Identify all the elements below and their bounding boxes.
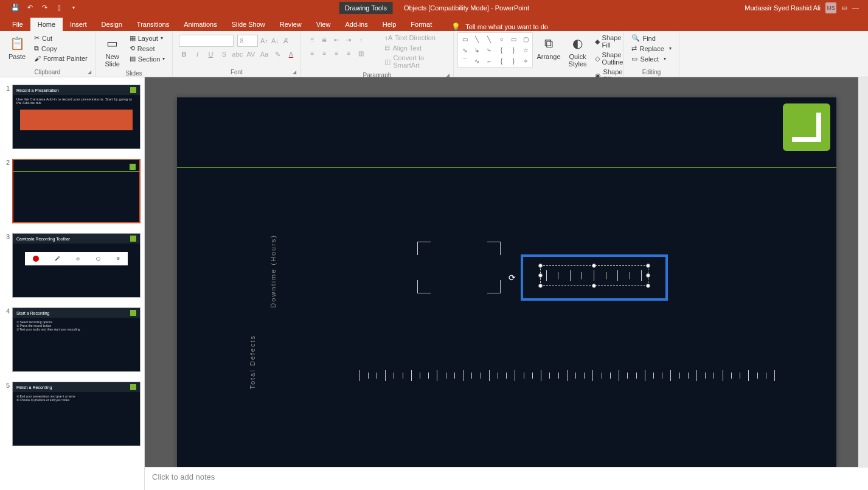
user-avatar[interactable]: MS (825, 2, 836, 13)
resize-handle[interactable] (538, 264, 543, 268)
shape-outline-button[interactable]: ◇Shape Outline (594, 51, 625, 66)
resize-handle[interactable] (646, 264, 650, 268)
tab-home[interactable]: Home (30, 18, 63, 31)
shape-line-icon[interactable]: ╲ (471, 34, 482, 44)
find-button[interactable]: 🔍Find (630, 33, 672, 43)
tab-design[interactable]: Design (94, 18, 130, 31)
resize-handle[interactable] (592, 284, 596, 288)
undo-icon[interactable]: ↶ (26, 4, 34, 12)
line-spacing-button[interactable]: ↕ (355, 35, 366, 44)
columns-button[interactable]: ▥ (355, 48, 366, 58)
layout-button[interactable]: ▦Layout▾ (128, 33, 167, 43)
section-button[interactable]: ▤Section▾ (128, 54, 167, 63)
resize-handle[interactable] (538, 273, 543, 278)
increase-indent-button[interactable]: ⇥ (343, 35, 354, 44)
bullets-button[interactable]: ≡ (307, 35, 318, 44)
copy-button[interactable]: ⧉Copy (33, 44, 89, 53)
replace-button[interactable]: ⇄Replace▾ (630, 44, 672, 53)
tab-animations[interactable]: Animations (176, 18, 224, 31)
save-icon[interactable]: 💾 (11, 4, 19, 12)
tell-me-search[interactable]: 💡 Tell me what you want to do (439, 23, 548, 31)
slide-editor[interactable]: Downtime (Hours) Total Defects ⟳ (145, 77, 868, 490)
convert-smartart-button[interactable]: ◫Convert to SmartArt (383, 54, 447, 69)
tab-transitions[interactable]: Transitions (130, 18, 176, 31)
decrease-font-icon[interactable]: A↓ (270, 36, 280, 46)
shape-callout-icon[interactable]: ✧ (520, 56, 531, 66)
shape-brace3-icon[interactable]: { (496, 56, 507, 66)
selection-bounding-box[interactable] (540, 265, 648, 286)
shape-connector-icon[interactable]: ⌐ (484, 56, 495, 66)
text-direction-button[interactable]: ↕AText Direction (383, 33, 447, 42)
slide-thumbnail-4[interactable]: Start a Recording ① Select recording opt… (12, 307, 141, 372)
slide-thumbnail-2[interactable] (12, 159, 141, 223)
shape-brace4-icon[interactable]: } (508, 56, 519, 66)
font-family-combo[interactable] (179, 35, 234, 47)
tab-help[interactable]: Help (375, 18, 404, 31)
rotate-handle-icon[interactable]: ⟳ (509, 273, 516, 282)
select-button[interactable]: ▭Select▾ (630, 54, 672, 63)
italic-button[interactable]: I (192, 49, 202, 59)
vertical-scrollbar[interactable] (858, 77, 868, 467)
selected-shape[interactable]: ⟳ (521, 254, 668, 301)
clipboard-launcher-icon[interactable]: ◢ (88, 69, 91, 75)
start-from-beginning-icon[interactable]: ▯ (55, 4, 63, 12)
arrange-button[interactable]: ⧉ Arrange (533, 32, 564, 61)
resize-handle[interactable] (538, 284, 543, 288)
align-center-button[interactable]: ≡ (319, 48, 330, 58)
change-case-button[interactable]: Aa (259, 49, 269, 59)
shape-arrow1-icon[interactable]: ⇘ (459, 45, 470, 55)
shape-roundrect-icon[interactable]: ▢ (520, 34, 531, 44)
underline-button[interactable]: U (206, 49, 215, 59)
decrease-indent-button[interactable]: ⇤ (331, 35, 342, 44)
shape-oval-icon[interactable]: ○ (496, 34, 507, 44)
align-text-button[interactable]: ⊟Align Text (383, 43, 447, 52)
align-right-button[interactable]: ≡ (331, 48, 342, 58)
resize-handle[interactable] (646, 284, 650, 288)
shape-star-icon[interactable]: ☆ (520, 45, 531, 55)
new-slide-button[interactable]: ▭ New Slide (99, 32, 126, 69)
notes-pane[interactable]: Click to add notes (145, 467, 868, 490)
font-launcher-icon[interactable]: ◢ (293, 69, 296, 75)
font-highlight-button[interactable]: ✎ (273, 49, 282, 59)
slide-thumbnail-3[interactable]: Camtasia Recording Toolbar 🎤◎🖵⚙ (12, 233, 141, 298)
numbering-button[interactable]: ≣ (319, 35, 330, 44)
shape-brace2-icon[interactable]: } (508, 45, 519, 55)
shape-arrow2-icon[interactable]: ↳ (471, 45, 482, 55)
tab-slideshow[interactable]: Slide Show (224, 18, 273, 31)
reset-button[interactable]: ⟲Reset (128, 44, 167, 53)
redo-icon[interactable]: ↷ (40, 4, 49, 12)
shape-line2-icon[interactable]: ╲ (484, 34, 495, 44)
align-left-button[interactable]: ≡ (307, 48, 318, 58)
tab-file[interactable]: File (5, 18, 30, 31)
shape-brace1-icon[interactable]: { (496, 45, 507, 55)
tab-addins[interactable]: Add-ins (338, 18, 375, 31)
tab-insert[interactable]: Insert (63, 18, 94, 31)
shape-rect2-icon[interactable]: ▭ (508, 34, 519, 44)
tab-view[interactable]: View (309, 18, 338, 31)
cut-button[interactable]: ✂Cut (33, 33, 89, 43)
paste-button[interactable]: 📋 Paste (4, 32, 30, 61)
shape-arrow3-icon[interactable]: ⤷ (484, 45, 495, 55)
format-painter-button[interactable]: 🖌Format Painter (33, 54, 89, 63)
shape-fill-button[interactable]: ◆Shape Fill (594, 33, 625, 49)
quick-styles-button[interactable]: ◐ Quick Styles (564, 32, 591, 69)
tab-review[interactable]: Review (273, 18, 309, 31)
strikethrough-button[interactable]: S (219, 49, 229, 59)
slide-thumbnail-1[interactable]: Record a Presentation Use the Camtasia A… (12, 85, 141, 149)
shape-curve-icon[interactable]: ∿ (471, 56, 482, 66)
minimize-icon[interactable]: — (852, 4, 859, 12)
text-shadow-button[interactable]: abc (232, 49, 242, 59)
shape-rectangle-icon[interactable]: ▭ (459, 34, 470, 44)
font-color-button[interactable]: A (286, 49, 296, 59)
qat-customize-icon[interactable]: ▾ (69, 4, 78, 12)
slide-canvas[interactable]: Downtime (Hours) Total Defects ⟳ (177, 97, 836, 470)
slide-thumbnail-panel[interactable]: 1 Record a Presentation Use the Camtasia… (0, 77, 145, 490)
resize-handle[interactable] (592, 264, 596, 268)
tab-format[interactable]: Format (403, 18, 439, 31)
increase-font-icon[interactable]: A↑ (259, 36, 269, 46)
bold-button[interactable]: B (179, 49, 189, 59)
slide-thumbnail-5[interactable]: Finish a Recording ④ End your presentati… (12, 382, 141, 446)
shape-arc-icon[interactable]: ⌒ (459, 56, 470, 66)
font-size-combo[interactable]: 8 (237, 35, 258, 47)
shapes-gallery[interactable]: ▭╲╲○▭▢ ⇘↳⤷{}☆ ⌒∿⌐{}✧ (457, 32, 533, 68)
